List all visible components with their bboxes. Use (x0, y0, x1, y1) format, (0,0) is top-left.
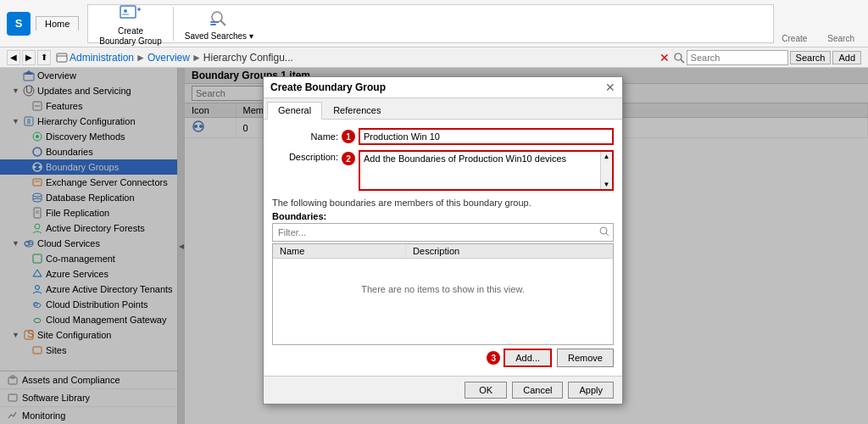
form-name-label: Name: (272, 131, 338, 142)
nav-up-btn[interactable]: ⬆ (37, 50, 51, 65)
tab-references[interactable]: References (322, 102, 392, 119)
tab-general[interactable]: General (267, 102, 322, 120)
remove-boundary-btn[interactable]: Remove (557, 349, 614, 367)
cancel-btn[interactable]: Cancel (512, 382, 563, 399)
nav-add-btn[interactable]: Add (832, 51, 861, 64)
svg-line-58 (606, 233, 609, 236)
modal-body: Name: 1 Description: 2 ▲ ▼ (264, 120, 622, 376)
step3-badge: 3 (487, 351, 500, 365)
svg-rect-0 (120, 6, 136, 18)
modal-overlay: Create Boundary Group ✕ General Referenc… (0, 68, 868, 424)
step2-badge: 2 (342, 152, 355, 165)
svg-point-3 (124, 9, 127, 13)
breadcrumb-icon (56, 52, 68, 64)
create-boundary-group-icon (117, 1, 144, 25)
app-logo: S (7, 12, 31, 36)
ok-btn[interactable]: OK (465, 382, 507, 399)
nav-back-btn[interactable]: ◀ (7, 50, 20, 65)
boundaries-col-name: Name (273, 244, 406, 259)
svg-point-11 (675, 53, 682, 60)
boundaries-actions: 3 Add... Remove (272, 349, 614, 367)
apply-btn[interactable]: Apply (568, 382, 614, 399)
modal-footer: OK Cancel Apply (264, 376, 622, 404)
modal-title: Create Boundary Group (270, 81, 386, 93)
nav-forward-btn[interactable]: ▶ (22, 50, 36, 65)
boundaries-table-container: Name Description There are no items to s… (272, 243, 614, 345)
create-boundary-group-label: CreateBoundary Group (99, 26, 161, 47)
boundaries-col-description: Description (406, 244, 613, 259)
main-layout: Overview ▼ U Updates and Servicing Featu… (0, 68, 868, 424)
nav-search-input[interactable] (687, 50, 788, 65)
modal-close-btn[interactable]: ✕ (605, 81, 615, 93)
form-desc-row: Description: 2 ▲ ▼ (272, 150, 614, 191)
saved-searches-btn[interactable]: Saved Searches ▾ (177, 3, 261, 44)
add-boundary-btn[interactable]: Add... (504, 349, 552, 367)
nav-clear-btn[interactable]: ✕ (658, 51, 671, 64)
toolbar: S Home CreateBoundary Group Saved Search… (0, 0, 868, 47)
form-desc-label: Description: (272, 150, 338, 162)
boundaries-filter-input[interactable] (273, 224, 596, 241)
toolbar-create-label: Create (782, 34, 807, 43)
breadcrumb: Administration ► Overview ► Hierarchy Co… (56, 52, 293, 64)
name-input[interactable] (359, 128, 614, 145)
toolbar-search-label: Search (827, 34, 854, 43)
svg-rect-9 (57, 53, 67, 62)
create-boundary-group-btn[interactable]: CreateBoundary Group (92, 0, 169, 49)
home-tab[interactable]: Home (36, 16, 79, 31)
nav-search-icon (673, 52, 685, 64)
nav-search-btn[interactable]: Search (790, 51, 832, 64)
breadcrumb-current: Hierarchy Configu... (203, 52, 293, 64)
saved-searches-icon (205, 6, 232, 30)
modal-tabs: General References (264, 98, 622, 120)
modal-titlebar: Create Boundary Group ✕ (264, 77, 622, 98)
form-name-row: Name: 1 (272, 128, 614, 145)
svg-rect-7 (210, 21, 219, 23)
svg-rect-8 (210, 24, 216, 25)
svg-line-12 (681, 59, 684, 63)
boundaries-filter (272, 223, 614, 242)
description-input[interactable] (360, 152, 612, 189)
saved-searches-label: Saved Searches ▾ (185, 31, 253, 42)
modal-dialog: Create Boundary Group ✕ General Referenc… (263, 76, 623, 404)
svg-point-57 (600, 227, 607, 234)
svg-line-6 (221, 20, 226, 25)
navbar: ◀ ▶ ⬆ Administration ► Overview ► Hierar… (0, 47, 868, 68)
boundaries-label: Boundaries: (272, 211, 614, 221)
step1-badge: 1 (342, 130, 355, 143)
boundaries-empty-row: There are no items to show in this view. (273, 259, 613, 321)
boundaries-empty-message: There are no items to show in this view. (273, 259, 613, 321)
boundaries-info: The following boundaries are members of … (272, 198, 614, 208)
boundaries-search-icon (596, 225, 613, 241)
